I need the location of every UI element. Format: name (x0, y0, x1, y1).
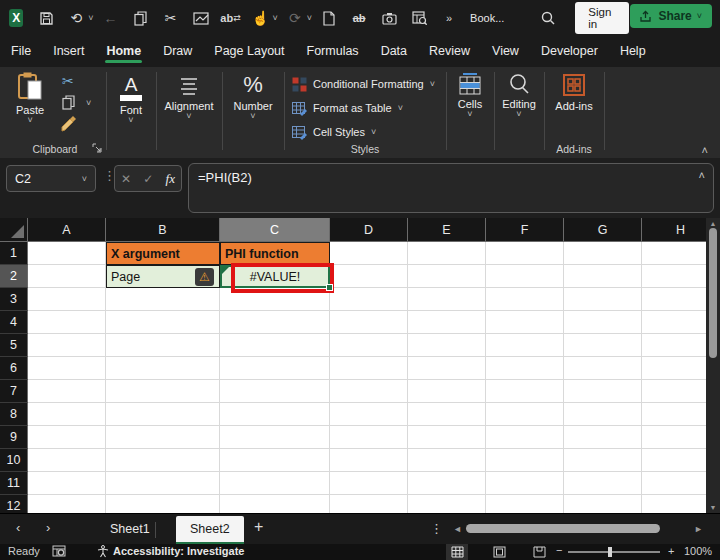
zoom-in-icon[interactable]: + (668, 545, 674, 557)
cell-c7[interactable] (220, 380, 330, 403)
cell-a5[interactable] (28, 334, 106, 357)
cell-g3[interactable] (564, 288, 642, 311)
column-header-e[interactable]: E (408, 218, 486, 242)
tab-help[interactable]: Help (609, 38, 657, 66)
cell-f7[interactable] (486, 380, 564, 403)
cell-d8[interactable] (330, 403, 408, 426)
cell-b1[interactable]: X argument (106, 242, 220, 265)
row-header-12[interactable]: 12 (0, 495, 28, 513)
cell-g10[interactable] (564, 449, 642, 472)
cell-b10[interactable] (106, 449, 220, 472)
cell-g4[interactable] (564, 311, 642, 334)
cell-e3[interactable] (408, 288, 486, 311)
cell-b11[interactable] (106, 472, 220, 495)
row-header-4[interactable]: 4 (0, 311, 28, 334)
cell-f6[interactable] (486, 357, 564, 380)
tab-insert[interactable]: Insert (42, 38, 95, 66)
cell-d4[interactable] (330, 311, 408, 334)
cell-e8[interactable] (408, 403, 486, 426)
cell-h10[interactable] (642, 449, 706, 472)
number-dropdown-icon[interactable]: ˅ (250, 112, 255, 120)
vertical-scrollbar[interactable]: ▲ ▼ (706, 218, 720, 513)
cell-d11[interactable] (330, 472, 408, 495)
new-file-icon[interactable] (319, 6, 339, 30)
format-as-table-dropdown-icon[interactable]: ˅ (398, 104, 403, 112)
tab-data[interactable]: Data (370, 38, 418, 66)
cell-c6[interactable] (220, 357, 330, 380)
cell-h8[interactable] (642, 403, 706, 426)
cell-c4[interactable] (220, 311, 330, 334)
tab-developer[interactable]: Developer (530, 38, 609, 66)
cell-d12[interactable] (330, 495, 408, 513)
cell-a8[interactable] (28, 403, 106, 426)
touch-mode-icon[interactable]: ☝ (251, 6, 271, 30)
cell-g5[interactable] (564, 334, 642, 357)
cell-h7[interactable] (642, 380, 706, 403)
cell-h5[interactable] (642, 334, 706, 357)
tab-formulas[interactable]: Formulas (296, 38, 370, 66)
column-header-a[interactable]: A (28, 218, 106, 242)
cell-c8[interactable] (220, 403, 330, 426)
accessibility-icon[interactable] (97, 545, 109, 558)
cell-f4[interactable] (486, 311, 564, 334)
touch-mode-dropdown-icon[interactable]: ˅ (273, 13, 278, 23)
cell-b5[interactable] (106, 334, 220, 357)
cell-d3[interactable] (330, 288, 408, 311)
column-header-f[interactable]: F (486, 218, 564, 242)
alignment-button[interactable]: Alignment ˅ (157, 75, 221, 120)
cell-e10[interactable] (408, 449, 486, 472)
cell-d7[interactable] (330, 380, 408, 403)
alignment-dropdown-icon[interactable]: ˅ (186, 112, 191, 120)
row-header-9[interactable]: 9 (0, 426, 28, 449)
tab-page-layout[interactable]: Page Layout (203, 38, 295, 66)
fill-handle[interactable] (326, 284, 333, 291)
tab-draw[interactable]: Draw (152, 38, 203, 66)
cell-f8[interactable] (486, 403, 564, 426)
cell-e1[interactable] (408, 242, 486, 265)
cell-styles-dropdown-icon[interactable]: ˅ (371, 128, 376, 136)
cell-e4[interactable] (408, 311, 486, 334)
cell-h9[interactable] (642, 426, 706, 449)
name-box[interactable]: C2 ˅ (6, 165, 96, 192)
search-icon[interactable] (538, 6, 558, 30)
error-warning-icon[interactable]: ⚠ (195, 268, 214, 286)
cell-a1[interactable] (28, 242, 106, 265)
cell-b12[interactable] (106, 495, 220, 513)
normal-view-icon[interactable] (446, 544, 468, 560)
cell-g1[interactable] (564, 242, 642, 265)
cell-c3[interactable] (220, 288, 330, 311)
cell-e5[interactable] (408, 334, 486, 357)
tab-file[interactable]: File (0, 38, 42, 66)
qat-overflow-icon[interactable]: » (439, 6, 459, 30)
cell-a11[interactable] (28, 472, 106, 495)
cut-icon[interactable]: ✂ (161, 6, 181, 30)
sheet-prev-icon[interactable]: ‹ (16, 520, 20, 535)
cell-e2[interactable] (408, 265, 486, 288)
font-dropdown-icon[interactable]: ˅ (128, 116, 133, 124)
row-header-10[interactable]: 10 (0, 449, 28, 472)
sheet-tab-sheet1[interactable]: Sheet1 (96, 514, 164, 544)
row-header-1[interactable]: 1 (0, 242, 28, 265)
row-header-6[interactable]: 6 (0, 357, 28, 380)
screenshot-note-icon[interactable] (191, 6, 211, 30)
cell-d1[interactable] (330, 242, 408, 265)
add-sheet-button[interactable]: + (254, 518, 263, 536)
zoom-slider-track[interactable] (568, 551, 660, 553)
document-inspect-icon[interactable] (409, 6, 429, 30)
cell-a12[interactable] (28, 495, 106, 513)
editing-button[interactable]: Editing ˅ (497, 73, 541, 118)
row-header-7[interactable]: 7 (0, 380, 28, 403)
collapse-formula-bar-icon[interactable]: ˄ (699, 169, 705, 181)
cell-c12[interactable] (220, 495, 330, 513)
cells-button[interactable]: Cells ˅ (448, 73, 492, 118)
camera-icon[interactable] (379, 6, 399, 30)
page-break-preview-icon[interactable] (528, 544, 550, 560)
cell-h12[interactable] (642, 495, 706, 513)
insert-function-icon[interactable]: fx (166, 171, 175, 187)
cell-f11[interactable] (486, 472, 564, 495)
cell-a3[interactable] (28, 288, 106, 311)
cell-c11[interactable] (220, 472, 330, 495)
cell-d5[interactable] (330, 334, 408, 357)
horizontal-scroll-thumb[interactable] (466, 524, 660, 533)
paste-button[interactable]: Paste ˅ (16, 71, 44, 124)
